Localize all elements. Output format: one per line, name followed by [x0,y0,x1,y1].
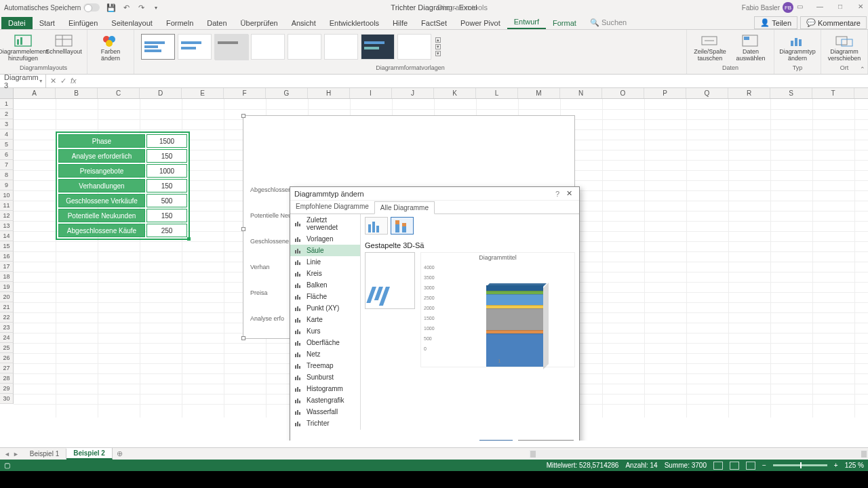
row-header[interactable]: 11 [0,201,14,211]
tab-factset[interactable]: FactSet [414,17,454,29]
column-header[interactable]: T [812,88,854,98]
ribbon-options-icon[interactable]: ▭ [795,3,804,12]
qat-more-icon[interactable]: ▾ [151,3,161,12]
chart-category-item[interactable]: Trichter [290,418,360,429]
column-header[interactable]: H [308,88,350,98]
row-header[interactable]: 9 [0,180,14,190]
column-header[interactable]: Q [686,88,728,98]
dialog-help-icon[interactable]: ? [551,190,564,198]
table-row-label[interactable]: Analyse erforderlich [58,149,145,163]
row-header[interactable]: 3 [0,119,14,129]
table-row-value[interactable]: 150 [146,149,187,163]
style-thumb-3[interactable] [214,34,248,60]
column-header[interactable]: R [728,88,770,98]
tab-entwicklertools[interactable]: Entwicklertools [323,17,386,29]
view-page-layout-icon[interactable] [730,462,739,470]
column-header[interactable]: A [14,88,56,98]
save-icon[interactable]: 💾 [106,3,116,12]
row-header[interactable]: 23 [0,323,14,333]
tab-ueberpruefen[interactable]: Überprüfen [234,17,285,29]
sheet-tab-2[interactable]: Beispiel 2 [66,448,113,460]
tab-format[interactable]: Format [546,17,583,29]
tab-entwurf[interactable]: Entwurf [507,16,546,29]
chart-style-gallery[interactable]: ▴▾▾ [138,31,445,62]
chart-category-item[interactable]: Säule [290,245,360,256]
row-header[interactable]: 4 [0,129,14,140]
gallery-more-button[interactable]: ▴▾▾ [434,34,442,60]
chart-preview-large[interactable]: Diagrammtitel 40003500300025002000150010… [420,252,575,367]
move-chart-button[interactable]: Diagramm verschieben [825,31,863,62]
change-colors-button[interactable]: Farben ändern [92,31,130,62]
tab-file[interactable]: Datei [1,17,33,29]
share-button[interactable]: 👤 Teilen [754,16,797,29]
row-header[interactable]: 5 [0,140,14,150]
row-header[interactable]: 30 [0,394,14,404]
chart-preview-small[interactable] [365,252,415,309]
subtype-stacked[interactable] [391,217,414,235]
table-row-value[interactable]: 150 [146,209,187,222]
chart-category-item[interactable]: Punkt (XY) [290,302,360,314]
column-header[interactable]: L [476,88,518,98]
column-header[interactable]: N [560,88,602,98]
chart-category-list[interactable]: Zuletzt verwendetVorlagenSäuleLinieKreis… [290,214,361,430]
column-header[interactable]: E [182,88,224,98]
row-header[interactable]: 29 [0,384,14,394]
selection-handle-icon[interactable] [187,237,191,241]
dialog-close-icon[interactable]: ✕ [564,189,575,198]
style-thumb-7[interactable] [361,34,395,60]
table-row-value[interactable]: 1500 [146,134,187,148]
row-header[interactable]: 8 [0,170,14,180]
formula-input[interactable] [81,80,868,83]
select-data-button[interactable]: Daten auswählen [732,31,770,62]
row-header[interactable]: 13 [0,221,14,231]
chart-category-item[interactable]: Sunburst [290,371,360,383]
column-header[interactable]: I [350,88,392,98]
collapse-ribbon-icon[interactable]: ⌃ [860,66,865,73]
row-header[interactable]: 7 [0,160,14,170]
tab-suchen[interactable]: 🔍 Suchen [583,16,633,29]
change-chart-type-button[interactable]: Diagrammtyp ändern [778,31,816,62]
sheet-nav-prev-icon[interactable]: ◄ [4,451,10,458]
tab-start[interactable]: Start [33,17,62,29]
worksheet-grid[interactable]: ABCDEFGHIJKLMNOPQRST 1234567891011121314… [0,88,868,441]
style-thumb-4[interactable] [251,34,285,60]
chart-category-item[interactable]: Oberfläche [290,337,360,348]
tab-powerpivot[interactable]: Power Pivot [454,17,507,29]
row-header[interactable]: 15 [0,241,14,251]
style-thumb-2[interactable] [178,34,212,60]
horizontal-scrollbar[interactable] [529,450,868,458]
switch-row-col-button[interactable]: Zeile/Spalte tauschen [691,31,729,62]
tab-formeln[interactable]: Formeln [159,17,200,29]
tab-recommended-charts[interactable]: Empfohlene Diagramme [290,201,374,214]
row-header[interactable]: 21 [0,302,14,312]
column-header[interactable]: P [644,88,686,98]
tab-einfuegen[interactable]: Einfügen [62,17,104,29]
table-row-label[interactable]: Preisangebote [58,164,145,178]
row-header[interactable]: 10 [0,190,14,201]
undo-icon[interactable]: ↶ [121,3,131,12]
view-page-break-icon[interactable] [746,462,755,470]
column-header[interactable]: S [770,88,812,98]
column-header[interactable]: F [224,88,266,98]
chart-category-item[interactable]: Vorlagen [290,233,360,245]
enter-formula-icon[interactable]: ✓ [60,77,66,85]
sheet-nav-next-icon[interactable]: ► [13,451,19,458]
close-icon[interactable]: ✕ [856,3,865,12]
zoom-out-icon[interactable]: − [762,462,766,469]
row-header[interactable]: 12 [0,211,14,221]
table-row-value[interactable]: 250 [146,224,187,237]
select-all-corner[interactable] [0,88,14,98]
chart-category-item[interactable]: Treemap [290,360,360,371]
chart-category-item[interactable]: Kreis [290,268,360,279]
row-header[interactable]: 2 [0,109,14,119]
row-header[interactable]: 14 [0,231,14,241]
maximize-icon[interactable]: □ [835,3,845,12]
row-header[interactable]: 22 [0,312,14,323]
record-macro-icon[interactable]: ▢ [4,462,10,469]
user-account[interactable]: Fabio Basler FB [742,2,793,13]
row-header[interactable]: 26 [0,353,14,363]
row-header[interactable]: 24 [0,333,14,343]
table-row-label[interactable]: Geschlossene Verkäufe [58,194,145,207]
chart-category-item[interactable]: Balken [290,279,360,291]
row-header[interactable]: 18 [0,272,14,282]
